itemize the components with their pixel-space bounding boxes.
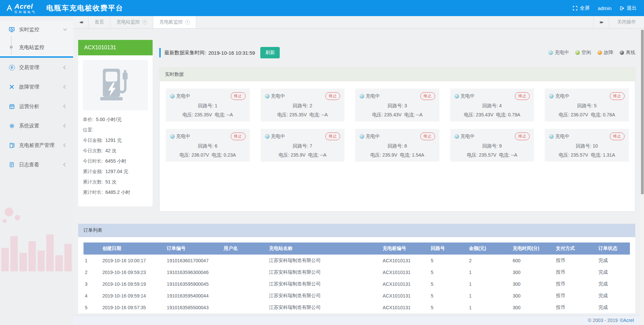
sidebar-item-operation-analysis[interactable]: 运营分析 xyxy=(0,97,73,116)
offline-status-dot xyxy=(620,50,624,55)
charging-pile-icon xyxy=(9,142,15,148)
stat-label: 单价: xyxy=(83,117,94,122)
column-amount: 金额(元) xyxy=(468,242,511,255)
tab-pile-monitor[interactable]: 充电桩监控 × xyxy=(153,16,196,28)
scrollbar-thumb[interactable] xyxy=(641,30,644,194)
cell-pay-method: 投币 xyxy=(554,266,597,278)
circuit-number-line: 回路号: 2 xyxy=(265,103,340,109)
stat-label: 今日时长: xyxy=(83,158,103,164)
gear-icon xyxy=(9,123,15,129)
column-charge-minutes: 充电时间(分) xyxy=(511,242,554,255)
close-icon[interactable]: × xyxy=(185,20,190,24)
circuit-card-top: 充电中 终止 xyxy=(454,92,530,100)
close-operations-menu[interactable]: 关闭操作 xyxy=(609,16,644,28)
sidebar-item-log-viewer[interactable]: 日志查看 xyxy=(0,155,73,174)
tab-home[interactable]: 首页 xyxy=(89,16,110,28)
terminate-button[interactable]: 终止 xyxy=(231,92,246,100)
tab-station-monitor[interactable]: 充电站监控 × xyxy=(110,16,153,28)
sidebar-item-station-monitor[interactable]: 充电站监控 xyxy=(0,38,73,56)
terminate-button[interactable]: 终止 xyxy=(231,132,246,140)
orders-panel-body: 创建日期 订单编号 用户名 充电站名称 充电桩编号 回路号 金额(元) 充电时间… xyxy=(78,237,635,313)
orders-table-body: 1 2019-10-16 10:00:17 1910163601700047 江… xyxy=(84,255,630,313)
circuit-card-top: 充电中 终止 xyxy=(360,132,435,140)
charging-status-dot xyxy=(170,94,175,99)
cell-pay-method: 投币 xyxy=(554,278,597,290)
tools-icon xyxy=(9,84,15,90)
terminate-button[interactable]: 终止 xyxy=(325,132,340,140)
terminate-button[interactable]: 终止 xyxy=(515,132,530,140)
vertical-scrollbar[interactable] xyxy=(641,29,644,325)
sidebar-item-fault-management[interactable]: 故障管理 xyxy=(0,77,73,97)
content-area: ACX1010131 xyxy=(73,29,644,315)
circuit-number-line: 回路号: 3 xyxy=(360,103,435,109)
monitor-icon xyxy=(9,26,15,33)
brand-name: Acrel xyxy=(14,3,36,10)
cell-create-date: 2019-10-16 09:59:23 xyxy=(101,266,165,278)
circuit-metrics-line: 电压: 235.57V 电流: 1.31A xyxy=(549,152,625,158)
cell-pile-no: ACX1010131 xyxy=(381,290,429,302)
close-icon[interactable]: × xyxy=(142,20,147,24)
terminate-button[interactable]: 终止 xyxy=(325,92,340,100)
cell-create-date: 2019-10-16 09:59:14 xyxy=(101,290,165,302)
sidebar-subitem-label: 充电站监控 xyxy=(19,44,44,51)
realtime-data-panel: 实时数据 充电中 终止 回路号: 1 电压: 235.35V 电流: --A 充… xyxy=(159,67,635,212)
tabs-scroll-right-button[interactable]: ▶▶ xyxy=(593,16,609,28)
charging-status-dot xyxy=(454,94,459,99)
cell-order-no: 1910163585500043 xyxy=(165,302,222,313)
fullscreen-button[interactable]: 全屏 xyxy=(573,5,590,11)
logout-button[interactable]: 退出 xyxy=(620,5,637,11)
device-card: ACX1010131 xyxy=(78,40,153,212)
stat-label: 累计时长: xyxy=(83,189,103,195)
sidebar-item-trade-management[interactable]: ¥ 交易管理 xyxy=(0,58,73,77)
terminate-button[interactable]: 终止 xyxy=(420,92,435,100)
cell-amount: 2 xyxy=(468,255,511,266)
stat-value: 6485.2 小时 xyxy=(105,189,130,195)
chevron-left-icon xyxy=(63,124,67,127)
chevron-left-icon xyxy=(63,143,67,147)
circuit-number-line: 回路号: 6 xyxy=(170,143,246,149)
circuit-number-line: 回路号: 8 xyxy=(360,143,435,149)
acrel-link[interactable]: ©Acrel xyxy=(620,318,634,323)
transaction-icon: ¥ xyxy=(9,64,15,70)
refresh-button[interactable]: 刷新 xyxy=(260,47,280,58)
sidebar-item-pile-assets[interactable]: 充电桩资产管理 xyxy=(0,136,73,155)
terminate-button[interactable]: 终止 xyxy=(515,92,530,100)
circuit-status: 充电中 xyxy=(271,133,285,140)
tabs-scroll-left-button[interactable]: ◀◀ xyxy=(73,16,89,28)
cell-create-date: 2019-10-16 09:57:35 xyxy=(101,302,165,313)
circuit-status: 充电中 xyxy=(555,133,569,140)
device-stats-list: 单价:5.00 小时/元 位置: 今日金额:1291 元 今日次数:42 次 今… xyxy=(83,114,148,198)
circuit-grid: 充电中 终止 回路号: 1 电压: 235.35V 电流: --A 充电中 终止… xyxy=(166,89,629,162)
charging-status-dot xyxy=(454,134,459,139)
table-row: 5 2019-10-16 09:57:35 1910163585500043 江… xyxy=(84,302,630,313)
sidebar-item-realtime-monitor[interactable]: 实时监控 xyxy=(0,21,73,38)
charging-status-dot xyxy=(549,94,554,99)
cell-pay-method: 投币 xyxy=(554,290,597,302)
collect-info-row: 最新数据采集时间: 2019-10-16 10:31:59 刷新 充电中 xyxy=(159,47,635,59)
sidebar-item-system-settings[interactable]: 系统设置 xyxy=(0,116,73,136)
username-menu[interactable]: admin xyxy=(598,5,611,11)
terminate-button[interactable]: 终止 xyxy=(420,132,435,140)
circuit-status: 充电中 xyxy=(366,93,380,99)
cell-pay-method: 投币 xyxy=(554,255,597,266)
circuit-card: 充电中 终止 回路号: 5 电压: 236.07V 电流: 0.78A xyxy=(545,89,629,121)
legend-offline: 离线 xyxy=(620,50,635,56)
charging-pile-icon xyxy=(96,65,135,105)
circuit-status: 充电中 xyxy=(461,93,475,99)
circuit-card: 充电中 终止 回路号: 3 电压: 235.43V 电流: --A xyxy=(355,89,439,121)
table-row: 2 2019-10-16 09:59:23 1910163596300046 江… xyxy=(84,266,630,278)
stat-value: 1291 元 xyxy=(105,138,122,143)
circuit-number-line: 回路号: 10 xyxy=(549,143,625,149)
device-stat-row: 单价:5.00 小时/元 xyxy=(83,114,148,125)
cell-circuit-no: 5 xyxy=(429,302,468,313)
footer: © 2003 - 2019 ©Acrel xyxy=(73,315,644,325)
column-index xyxy=(84,242,101,255)
cell-index: 1 xyxy=(84,255,101,266)
fullscreen-icon xyxy=(573,6,578,11)
page-title: 电瓶车充电桩收费平台 xyxy=(46,3,123,13)
charging-status-dot xyxy=(549,134,554,139)
terminate-button[interactable]: 终止 xyxy=(610,132,625,140)
terminate-button[interactable]: 终止 xyxy=(610,92,625,100)
stat-label: 今日次数: xyxy=(83,148,103,153)
device-stat-row: 位置: xyxy=(83,125,148,135)
